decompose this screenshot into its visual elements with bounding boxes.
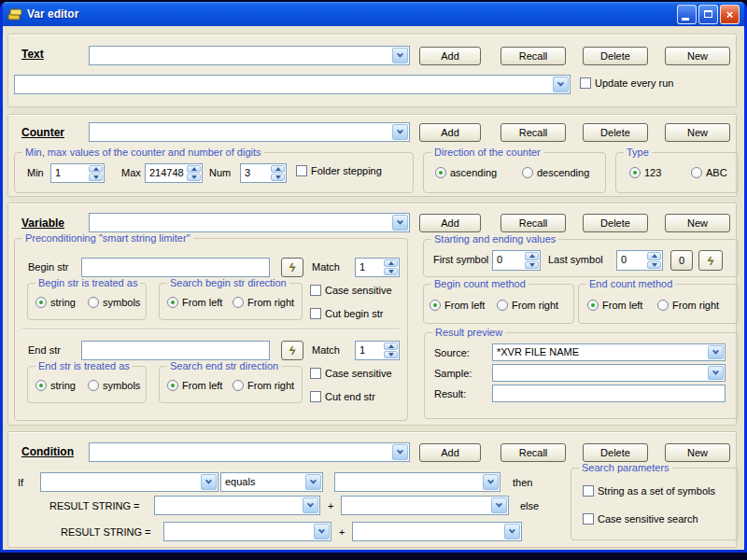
result-field[interactable]	[492, 385, 726, 402]
zero-button[interactable]: 0	[670, 250, 693, 271]
counter-add-button[interactable]: Add	[419, 123, 481, 142]
condition-delete-button[interactable]: Delete	[583, 443, 648, 462]
spin-up-icon[interactable]	[384, 259, 398, 267]
begin-str-input[interactable]	[81, 258, 270, 277]
condition-name-combobox[interactable]	[89, 442, 410, 462]
begin-from-right-radio[interactable]: From right	[233, 297, 294, 308]
string-as-symbols-checkbox[interactable]: String as a set of symbols	[583, 485, 715, 497]
condition-add-button[interactable]: Add	[419, 443, 481, 462]
last-symbol-spinner[interactable]: 0	[616, 250, 663, 271]
minimize-button[interactable]	[677, 5, 697, 24]
max-spinner[interactable]: 214748	[145, 163, 203, 183]
cut-end-str-checkbox[interactable]: Cut end str	[310, 391, 375, 402]
dropdown-arrow-icon[interactable]	[201, 474, 217, 490]
dropdown-arrow-icon[interactable]	[553, 77, 569, 92]
begin-case-sensitive-checkbox[interactable]: Case sensitive	[310, 285, 392, 296]
spin-up-icon[interactable]	[187, 165, 201, 173]
variable-add-button[interactable]: Add	[419, 214, 481, 232]
counter-delete-button[interactable]: Delete	[583, 123, 648, 142]
if-left-operand-combobox[interactable]	[40, 472, 218, 492]
spin-down-icon[interactable]	[89, 174, 103, 181]
update-every-run-checkbox[interactable]: Update every run	[580, 77, 673, 89]
title-bar[interactable]: Var editor ×	[3, 2, 744, 26]
variable-new-button[interactable]: New	[665, 214, 730, 232]
text-name-combobox[interactable]	[89, 46, 410, 65]
variable-name-combobox[interactable]	[89, 213, 410, 232]
text-new-button[interactable]: New	[665, 47, 730, 65]
else-value2-combobox[interactable]	[352, 522, 522, 541]
then-value2-combobox[interactable]	[341, 496, 509, 515]
case-sensitive-search-checkbox[interactable]: Case sensitive search	[583, 513, 698, 525]
spin-down-icon[interactable]	[271, 174, 285, 181]
descending-radio[interactable]: descending	[522, 167, 589, 178]
counter-new-button[interactable]: New	[665, 123, 730, 142]
begin-autodetect-button[interactable]: ϟ	[281, 258, 303, 277]
dropdown-arrow-icon[interactable]	[392, 124, 408, 140]
sample-combobox[interactable]	[492, 364, 726, 382]
begin-from-left-radio[interactable]: From left	[167, 297, 222, 308]
close-button[interactable]: ×	[720, 5, 740, 24]
spin-down-icon[interactable]	[384, 351, 398, 358]
num-spinner[interactable]: 3	[240, 163, 287, 183]
spin-up-icon[interactable]	[89, 165, 103, 173]
first-symbol-spinner[interactable]: 0	[492, 250, 541, 271]
counter-name-combobox[interactable]	[89, 122, 410, 142]
dropdown-arrow-icon[interactable]	[491, 497, 507, 513]
spin-down-icon[interactable]	[187, 174, 201, 181]
dropdown-arrow-icon[interactable]	[305, 474, 321, 490]
end-from-left-radio[interactable]: From left	[167, 380, 222, 391]
source-combobox[interactable]: *XVR FILE NAME	[492, 343, 726, 361]
text-add-button[interactable]: Add	[419, 47, 481, 65]
type-abc-radio[interactable]: ABC	[691, 167, 727, 178]
dropdown-arrow-icon[interactable]	[392, 215, 408, 231]
end-count-from-left-radio[interactable]: From left	[587, 300, 642, 311]
end-from-right-radio[interactable]: From right	[233, 380, 294, 391]
begin-count-from-left-radio[interactable]: From left	[430, 300, 485, 311]
maximize-button[interactable]	[698, 5, 718, 24]
spin-down-icon[interactable]	[647, 261, 661, 270]
text-recall-button[interactable]: Recall	[500, 47, 566, 65]
text-value-combobox[interactable]	[14, 75, 571, 94]
dropdown-arrow-icon[interactable]	[504, 524, 520, 539]
startend-autodetect-button[interactable]: ϟ	[698, 250, 723, 271]
end-autodetect-button[interactable]: ϟ	[281, 341, 303, 360]
spin-up-icon[interactable]	[525, 252, 539, 260]
begin-match-spinner[interactable]: 1	[355, 258, 400, 277]
type-123-radio[interactable]: 123	[629, 167, 661, 178]
else-value1-combobox[interactable]	[163, 522, 331, 541]
begin-string-radio[interactable]: string	[35, 297, 76, 308]
dropdown-arrow-icon[interactable]	[708, 345, 724, 359]
end-count-from-right-radio[interactable]: From right	[657, 300, 719, 311]
dropdown-arrow-icon[interactable]	[303, 497, 318, 513]
dropdown-arrow-icon[interactable]	[392, 48, 408, 63]
ascending-radio[interactable]: ascending	[435, 167, 497, 178]
spin-up-icon[interactable]	[271, 165, 285, 173]
end-string-radio[interactable]: string	[35, 380, 76, 391]
then-value1-combobox[interactable]	[154, 496, 320, 515]
variable-delete-button[interactable]: Delete	[583, 214, 648, 232]
text-delete-button[interactable]: Delete	[583, 47, 648, 65]
begin-symbols-radio[interactable]: symbols	[88, 297, 140, 308]
variable-recall-button[interactable]: Recall	[500, 214, 566, 232]
condition-new-button[interactable]: New	[665, 443, 730, 462]
spin-down-icon[interactable]	[525, 261, 539, 270]
begin-count-from-right-radio[interactable]: From right	[497, 300, 558, 311]
dropdown-arrow-icon[interactable]	[483, 474, 499, 490]
min-spinner[interactable]: 1	[50, 163, 105, 183]
end-match-spinner[interactable]: 1	[355, 341, 400, 360]
if-right-operand-combobox[interactable]	[334, 472, 500, 492]
dropdown-arrow-icon[interactable]	[708, 366, 724, 380]
condition-recall-button[interactable]: Recall	[500, 443, 566, 462]
cut-begin-str-checkbox[interactable]: Cut begin str	[310, 308, 383, 319]
end-case-sensitive-checkbox[interactable]: Case sensitive	[310, 368, 392, 379]
spin-up-icon[interactable]	[384, 343, 398, 350]
operator-combobox[interactable]: equals	[220, 472, 323, 492]
end-str-input[interactable]	[81, 341, 270, 360]
spin-down-icon[interactable]	[384, 268, 398, 275]
dropdown-arrow-icon[interactable]	[392, 444, 408, 460]
spin-up-icon[interactable]	[647, 252, 661, 260]
dropdown-arrow-icon[interactable]	[314, 524, 330, 539]
counter-recall-button[interactable]: Recall	[500, 123, 566, 142]
end-symbols-radio[interactable]: symbols	[88, 380, 140, 391]
folder-stepping-checkbox[interactable]: Folder stepping	[296, 165, 382, 176]
